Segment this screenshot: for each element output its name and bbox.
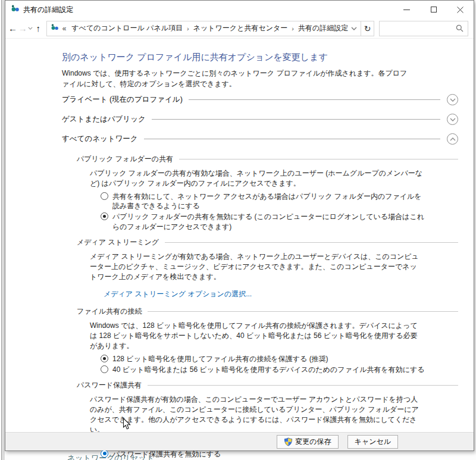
up-button[interactable]: ↑: [33, 21, 43, 36]
minimize-icon: [403, 7, 410, 13]
profile-row-all-networks[interactable]: すべてのネットワーク: [62, 130, 458, 148]
forward-button[interactable]: →: [18, 21, 28, 36]
option-enable-public-folder-sharing[interactable]: 共有を有効にして、ネットワーク アクセスがある場合はパブリック フォルダー内のフ…: [101, 192, 427, 211]
breadcrumb-item-network-sharing-center[interactable]: ネットワークと共有センター: [190, 23, 291, 33]
chevron-down-icon: [450, 98, 456, 102]
save-changes-button[interactable]: 変更の保存: [277, 435, 338, 449]
section-file-sharing-connections: ファイル共有の接続 Windows では、128 ビット暗号化を使用してファイル…: [77, 306, 458, 374]
search-box[interactable]: [379, 21, 468, 36]
collapse-all-networks-button[interactable]: [447, 133, 458, 145]
page-content: 別のネットワーク プロファイル用に共有オプションを変更します Windows で…: [5, 39, 474, 459]
radio-unselected-icon[interactable]: [101, 192, 108, 200]
section-title: パブリック フォルダーの共有: [77, 154, 173, 164]
profile-row-guest-public[interactable]: ゲストまたはパブリック: [62, 110, 458, 129]
section-title: メディア ストリーミング: [77, 237, 159, 248]
refresh-icon: ↻: [364, 24, 371, 33]
breadcrumb-overflow[interactable]: «: [62, 24, 67, 33]
chevron-up-icon: [450, 137, 456, 141]
option-disable-public-folder-sharing[interactable]: パブリック フォルダーの共有を無効にする (このコンピューターにログオンしている…: [101, 212, 427, 231]
media-streaming-options-link[interactable]: メディア ストリーミング オプションの選択...: [104, 289, 252, 299]
section-description: Windows では、128 ビット暗号化を使用してファイル共有の接続が保護され…: [90, 321, 423, 351]
maximize-button[interactable]: [420, 1, 447, 18]
uac-shield-icon: [284, 437, 293, 446]
address-app-icon: [51, 23, 59, 34]
profile-label: プライベート (現在のプロファイル): [62, 95, 183, 105]
section-public-folder-sharing: パブリック フォルダーの共有 パブリック フォルダーの共有が有効な場合、ネットワ…: [77, 154, 458, 231]
breadcrumb-separator: ›: [290, 25, 295, 32]
page-title: 別のネットワーク プロファイル用に共有オプションを変更します: [62, 52, 458, 63]
radio-selected-icon[interactable]: [101, 355, 108, 362]
radio-unselected-icon[interactable]: [101, 365, 108, 373]
chevron-down-icon: [450, 118, 456, 121]
breadcrumb-item-advanced-sharing[interactable]: 共有の詳細設定: [295, 23, 351, 33]
section-title: パスワード保護共有: [77, 380, 142, 390]
breadcrumb-separator: ›: [186, 25, 190, 32]
chevron-down-icon: [28, 27, 33, 30]
app-icon: [11, 4, 20, 15]
cancel-button[interactable]: キャンセル: [347, 435, 398, 449]
refresh-button[interactable]: ↻: [361, 21, 374, 36]
search-input[interactable]: [384, 24, 456, 33]
section-media-streaming: メディア ストリーミング メディア ストリーミングが有効である場合、ネットワーク…: [77, 237, 458, 301]
radio-selected-icon[interactable]: [101, 212, 108, 220]
back-icon: ←: [8, 23, 17, 33]
intro-text: Windows では、使用するネットワークごとに別々のネットワーク プロファイル…: [62, 68, 413, 89]
address-bar[interactable]: « すべてのコントロール パネル項目 › ネットワークと共有センター › 共有の…: [46, 21, 362, 36]
titlebar: 共有の詳細設定: [5, 1, 474, 18]
maximize-icon: [431, 7, 437, 12]
profile-list: プライベート (現在のプロファイル) ゲストまたはパブリック すべてのネットワー…: [62, 90, 458, 148]
minimize-button[interactable]: [393, 1, 420, 18]
close-button[interactable]: [447, 1, 474, 18]
advanced-sharing-settings-window: 共有の詳細設定 ← → ↑ « すべてのコン: [5, 0, 474, 451]
profile-row-private[interactable]: プライベート (現在のプロファイル): [62, 90, 458, 109]
back-button[interactable]: ←: [8, 21, 18, 36]
profile-label: すべてのネットワーク: [62, 134, 138, 144]
option-40-56bit-encryption[interactable]: 40 ビット暗号化または 56 ビット暗号化を使用するデバイスのためのファイル共…: [101, 365, 427, 374]
profile-label: ゲストまたはパブリック: [62, 114, 146, 124]
option-128bit-encryption[interactable]: 128 ビット暗号化を使用してファイル共有の接続を保護する (推奨): [101, 354, 427, 364]
expand-private-button[interactable]: [447, 94, 458, 105]
section-description: メディア ストリーミングが有効である場合、ネットワーク上のユーザーとデバイスは、…: [90, 252, 423, 282]
section-description: パスワード保護共有が有効の場合、このコンピューターでユーザー アカウントとパスワ…: [90, 395, 423, 435]
address-dropdown-icon[interactable]: [351, 27, 357, 30]
option-disable-password-protected-sharing[interactable]: パスワード保護共有を無効にする: [101, 449, 427, 459]
breadcrumb-item-control-panel[interactable]: すべてのコントロール パネル項目: [68, 23, 186, 33]
footer-bar: 変更の保存 キャンセル: [5, 432, 474, 450]
radio-selected-focused-icon[interactable]: [101, 450, 108, 458]
forward-icon: →: [18, 23, 27, 33]
section-description: パブリック フォルダーの共有が有効な場合、ネットワーク上のユーザー (ホームグル…: [90, 168, 423, 189]
section-title: ファイル共有の接続: [77, 306, 142, 317]
search-icon: [456, 24, 464, 32]
navigation-bar: ← → ↑ « すべてのコントロール パネル項目 › ネットワークと共有センター…: [5, 18, 474, 39]
expand-guest-public-button[interactable]: [447, 114, 458, 125]
up-icon: ↑: [36, 23, 41, 33]
background-window-edge: [0, 0, 5, 460]
window-title: 共有の詳細設定: [23, 5, 73, 15]
history-dropdown-button[interactable]: [28, 21, 33, 36]
close-icon: [457, 7, 464, 13]
